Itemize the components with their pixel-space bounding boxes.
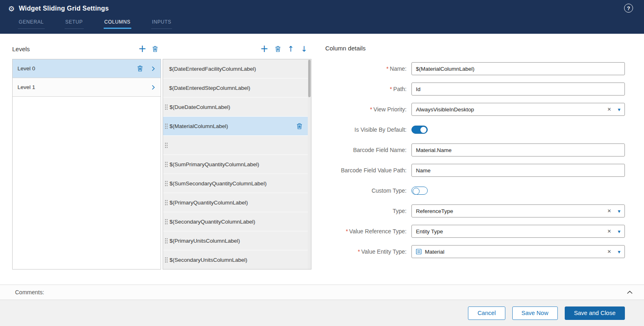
column-row[interactable]: $(PrimaryQuantityColumnLabel) — [163, 193, 308, 212]
columns-list: $(DateEnteredFacilityColumnLabel) $(Date… — [163, 59, 308, 269]
value-reference-type-select[interactable]: Entity Type ✕ ▾ — [411, 225, 625, 238]
clear-icon[interactable]: ✕ — [607, 249, 611, 254]
drag-handle-icon[interactable] — [165, 123, 168, 129]
drag-handle-icon[interactable] — [165, 200, 168, 206]
required-marker: * — [346, 228, 348, 235]
chevron-down-icon[interactable]: ▾ — [618, 249, 620, 255]
custom-type-toggle[interactable] — [411, 187, 428, 195]
field-label: *View Priority: — [325, 106, 407, 113]
column-details-title: Column details — [325, 45, 366, 52]
save-and-close-button[interactable]: Save and Close — [565, 306, 625, 320]
clear-icon[interactable]: ✕ — [607, 208, 611, 214]
level-row-0[interactable]: Level 0 — [13, 59, 161, 78]
clear-icon[interactable]: ✕ — [607, 106, 611, 112]
drag-handle-icon[interactable] — [165, 219, 168, 225]
drag-handle-icon[interactable] — [165, 257, 168, 263]
column-row-selected[interactable]: $(MaterialColumnLabel) — [163, 117, 308, 136]
column-row[interactable]: $(DateEnteredFacilityColumnLabel) — [163, 59, 308, 78]
field-value-reference-type: *Value Reference Type: Entity Type ✕ ▾ — [325, 225, 625, 238]
levels-toolbar: Levels + — [12, 42, 161, 55]
barcode-field-value-path-input[interactable] — [411, 164, 625, 177]
column-row[interactable]: $(SumPrimaryQuantityColumnLabel) — [163, 155, 308, 174]
column-label: $(DueDateColumnLabel) — [170, 104, 308, 110]
select-value: Material — [425, 249, 607, 255]
chevron-down-icon[interactable]: ▾ — [618, 106, 620, 113]
tab-columns[interactable]: COLUMNS — [104, 19, 131, 29]
delete-level-row-button[interactable] — [137, 65, 143, 72]
field-label: Custom Type: — [325, 187, 407, 194]
tab-general[interactable]: GENERAL — [18, 19, 45, 29]
column-row[interactable]: $(SecondaryUnitsColumnLabel) — [163, 250, 308, 269]
field-type: Type: ReferenceType ✕ ▾ — [325, 204, 625, 217]
levels-panel: Level 0 Level 1 — [12, 59, 161, 269]
footer: Cancel Save Now Save and Close — [0, 300, 644, 326]
field-path: *Path: — [325, 83, 625, 96]
add-column-button[interactable]: + — [260, 45, 268, 53]
field-label: *Path: — [325, 86, 407, 92]
comments-section: Comments: — [0, 285, 644, 300]
drag-handle-icon[interactable] — [165, 180, 168, 187]
move-up-button[interactable]: ↑ — [287, 45, 294, 53]
type-select[interactable]: ReferenceType ✕ ▾ — [411, 204, 625, 217]
collapse-icon[interactable] — [627, 291, 633, 294]
drag-handle-icon[interactable] — [165, 161, 168, 167]
level-label: Level 1 — [17, 84, 152, 90]
value-entity-type-select[interactable]: Material ✕ ▾ — [411, 245, 625, 258]
field-label: *Value Reference Type: — [325, 228, 407, 235]
chevron-right-icon[interactable] — [152, 85, 155, 90]
move-down-button[interactable]: ↓ — [301, 45, 307, 53]
column-label: $(MaterialColumnLabel) — [170, 123, 297, 129]
header: ⚙ Widget Sliding Grid Settings ? GENERAL… — [0, 0, 644, 34]
level-row-1[interactable]: Level 1 — [13, 78, 161, 97]
scrollbar-thumb[interactable] — [308, 60, 311, 97]
clear-icon[interactable]: ✕ — [607, 228, 611, 234]
chevron-down-icon[interactable]: ▾ — [618, 228, 620, 235]
columns-toolbar: + ↑ ↓ — [163, 42, 311, 55]
column-row-empty[interactable] — [163, 136, 308, 155]
chevron-down-icon[interactable]: ▾ — [618, 208, 620, 214]
select-value: AlwaysVisibleInDesktop — [416, 106, 607, 113]
column-label: $(PrimaryUnitsColumnLabel) — [170, 238, 308, 244]
column-label: $(SumSecondaryQuantityColumnLabel) — [170, 180, 308, 187]
column-label: $(SecondaryQuantityColumnLabel) — [170, 219, 308, 225]
field-barcode-field-name: Barcode Field Name: — [325, 143, 625, 156]
tab-setup[interactable]: SETUP — [65, 19, 84, 29]
field-label: *Value Entity Type: — [325, 248, 407, 255]
column-row[interactable]: $(DateEnteredStepColumnLabel) — [163, 78, 308, 98]
column-row[interactable]: $(SumSecondaryQuantityColumnLabel) — [163, 174, 308, 193]
delete-level-button[interactable] — [152, 46, 158, 52]
field-label: Is Visible By Default: — [325, 126, 407, 133]
name-input[interactable] — [411, 62, 625, 75]
delete-column-button[interactable] — [275, 46, 281, 52]
view-priority-select[interactable]: AlwaysVisibleInDesktop ✕ ▾ — [411, 103, 625, 116]
column-label: $(DateEnteredFacilityColumnLabel) — [169, 66, 308, 72]
column-label: $(PrimaryQuantityColumnLabel) — [170, 200, 308, 206]
comments-label: Comments: — [15, 289, 44, 296]
trash-icon — [297, 123, 302, 129]
path-input[interactable] — [411, 83, 625, 96]
scrollbar[interactable] — [308, 59, 311, 269]
cancel-button[interactable]: Cancel — [468, 306, 505, 320]
add-level-button[interactable]: + — [138, 45, 146, 53]
delete-column-row-button[interactable] — [297, 123, 302, 129]
barcode-field-name-input[interactable] — [411, 143, 625, 156]
column-row[interactable]: $(SecondaryQuantityColumnLabel) — [163, 212, 308, 231]
column-row[interactable]: $(DueDateColumnLabel) — [163, 98, 308, 117]
help-icon[interactable]: ? — [624, 4, 633, 13]
drag-handle-icon[interactable] — [165, 104, 168, 110]
column-row[interactable]: $(PrimaryUnitsColumnLabel) — [163, 231, 308, 250]
drag-handle-icon[interactable] — [165, 142, 168, 148]
field-view-priority: *View Priority: AlwaysVisibleInDesktop ✕… — [325, 103, 625, 116]
gear-icon: ⚙ — [8, 4, 15, 13]
trash-icon — [137, 65, 143, 72]
is-visible-toggle[interactable] — [411, 126, 428, 134]
page-title: Widget Sliding Grid Settings — [19, 5, 109, 12]
chevron-right-icon[interactable] — [152, 66, 155, 71]
select-value: ReferenceType — [416, 208, 607, 214]
save-now-button[interactable]: Save Now — [512, 306, 558, 320]
tab-inputs[interactable]: INPUTS — [151, 19, 172, 29]
drag-handle-icon[interactable] — [165, 238, 168, 244]
levels-title: Levels — [12, 46, 30, 52]
column-label: $(SecondaryUnitsColumnLabel) — [170, 257, 308, 263]
trash-icon — [152, 46, 158, 52]
